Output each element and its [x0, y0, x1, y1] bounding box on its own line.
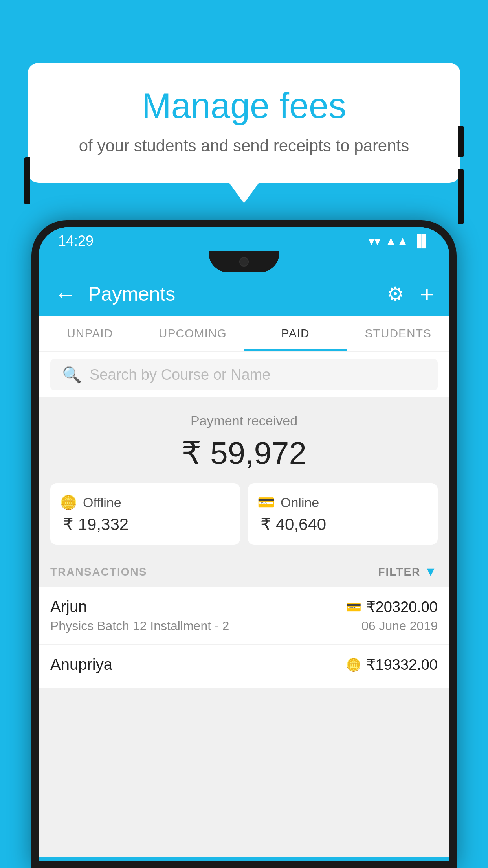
online-card-header: 💳 Online: [257, 494, 428, 511]
online-icon: 💳: [257, 494, 275, 511]
notch: [209, 251, 279, 272]
speech-bubble-title: Manage fees: [55, 86, 433, 125]
camera-dot: [239, 257, 249, 267]
tabs: UNPAID UPCOMING PAID STUDENTS: [39, 316, 449, 351]
phone-frame: 14:29 ▾▾ ▲▲ ▐▌ ← Payments ⚙ +: [31, 220, 457, 868]
add-icon[interactable]: +: [420, 281, 434, 308]
payment-cards: 🪙 Offline ₹ 19,332 💳 Online ₹ 40,640: [39, 483, 449, 557]
search-bar[interactable]: 🔍 Search by Course or Name: [50, 359, 438, 390]
card-payment-icon: 💳: [346, 600, 361, 614]
transaction-row-top: Anupriya 🪙 ₹19332.00: [50, 656, 438, 673]
amount-info: 🪙 ₹19332.00: [346, 656, 438, 673]
student-name: Anupriya: [50, 656, 112, 673]
date-text: 06 June 2019: [361, 619, 438, 633]
camera-button: [458, 169, 464, 224]
transactions-list: Arjun 💳 ₹20320.00 Physics Batch 12 Insta…: [39, 587, 449, 688]
filter-icon: ▼: [424, 565, 438, 579]
phone-screen: 14:29 ▾▾ ▲▲ ▐▌ ← Payments ⚙ +: [39, 227, 449, 861]
tab-paid[interactable]: PAID: [244, 316, 347, 351]
settings-icon[interactable]: ⚙: [387, 283, 404, 305]
student-name: Arjun: [50, 598, 87, 616]
online-amount: ₹ 40,640: [257, 515, 428, 534]
status-time: 14:29: [58, 233, 94, 249]
payment-summary: Payment received ₹ 59,972: [39, 397, 449, 483]
transaction-row-bottom: Physics Batch 12 Installment - 2 06 June…: [50, 619, 438, 633]
filter-button[interactable]: FILTER ▼: [378, 565, 438, 579]
offline-label: Offline: [83, 495, 121, 510]
filter-label: FILTER: [378, 566, 420, 578]
offline-card: 🪙 Offline ₹ 19,332: [50, 483, 240, 545]
online-label: Online: [281, 495, 319, 510]
status-icons: ▾▾ ▲▲ ▐▌: [369, 234, 430, 248]
battery-icon: ▐▌: [413, 234, 430, 248]
speech-bubble: Manage fees of your students and send re…: [28, 63, 460, 183]
transactions-header: TRANSACTIONS FILTER ▼: [39, 557, 449, 587]
course-name: Physics Batch 12 Installment - 2: [50, 619, 229, 633]
power-button: [458, 126, 464, 157]
app-content: UNPAID UPCOMING PAID STUDENTS 🔍 Search b…: [39, 316, 449, 857]
search-container: 🔍 Search by Course or Name: [39, 352, 449, 397]
transactions-label: TRANSACTIONS: [50, 566, 147, 578]
app-header: ← Payments ⚙ +: [39, 272, 449, 316]
tab-students[interactable]: STUDENTS: [347, 316, 450, 351]
offline-card-header: 🪙 Offline: [60, 494, 231, 511]
offline-amount: ₹ 19,332: [60, 515, 231, 534]
header-icons: ⚙ +: [387, 281, 434, 308]
transaction-row-top: Arjun 💳 ₹20320.00: [50, 598, 438, 616]
amount-value: ₹19332.00: [366, 656, 438, 673]
search-placeholder: Search by Course or Name: [90, 366, 270, 383]
tab-unpaid[interactable]: UNPAID: [39, 316, 141, 351]
amount-value: ₹20320.00: [366, 598, 438, 616]
payment-received-label: Payment received: [39, 413, 449, 428]
offline-icon: 🪙: [60, 494, 77, 511]
amount-info: 💳 ₹20320.00: [346, 598, 438, 616]
payment-received-amount: ₹ 59,972: [39, 435, 449, 471]
cash-payment-icon: 🪙: [346, 657, 361, 672]
back-button[interactable]: ←: [54, 281, 76, 307]
online-card: 💳 Online ₹ 40,640: [248, 483, 438, 545]
notch-area: [39, 251, 449, 272]
tab-upcoming[interactable]: UPCOMING: [141, 316, 244, 351]
signal-icon: ▲▲: [385, 234, 408, 248]
header-title: Payments: [88, 283, 387, 305]
wifi-icon: ▾▾: [369, 234, 380, 248]
speech-bubble-subtitle: of your students and send receipts to pa…: [55, 136, 433, 155]
volume-button: [24, 157, 30, 204]
table-row[interactable]: Anupriya 🪙 ₹19332.00: [39, 645, 449, 688]
search-icon: 🔍: [62, 366, 82, 384]
table-row[interactable]: Arjun 💳 ₹20320.00 Physics Batch 12 Insta…: [39, 587, 449, 645]
